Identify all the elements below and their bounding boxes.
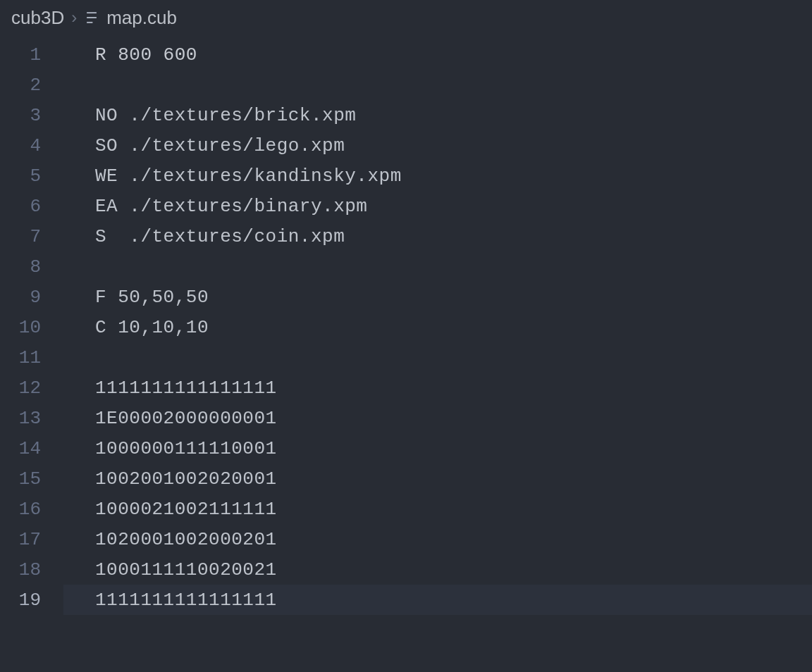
line-content-wrap[interactable]: 1000111110020021 — [63, 554, 812, 585]
editor-line[interactable]: 1R 800 600 — [0, 39, 812, 70]
line-number[interactable]: 17 — [0, 529, 63, 550]
line-content-wrap[interactable]: R 800 600 — [63, 39, 812, 70]
line-content[interactable]: 1002001002020001 — [95, 468, 277, 490]
breadcrumb-file[interactable]: map.cub — [106, 7, 177, 29]
editor-line[interactable]: 7S ./textures/coin.xpm — [0, 221, 812, 251]
line-content[interactable]: 1000111110020021 — [95, 559, 277, 580]
editor-line[interactable]: 2 — [0, 70, 812, 100]
editor-line[interactable]: 131E00002000000001 — [0, 403, 812, 433]
line-content-wrap[interactable]: 1020001002000201 — [63, 524, 812, 554]
editor-line[interactable]: 141000000111110001 — [0, 433, 812, 463]
line-content-wrap[interactable]: 1111111111111111 — [63, 585, 812, 615]
line-number[interactable]: 14 — [0, 438, 63, 459]
line-number[interactable]: 2 — [0, 75, 63, 96]
line-number[interactable]: 16 — [0, 499, 63, 520]
breadcrumb[interactable]: cub3D › map.cub — [0, 0, 812, 35]
line-content-wrap[interactable]: SO ./textures/lego.xpm — [63, 130, 812, 161]
line-content-wrap[interactable]: 1000021002111111 — [63, 494, 812, 524]
editor-line[interactable]: 151002001002020001 — [0, 463, 812, 494]
line-number[interactable]: 1 — [0, 44, 63, 66]
line-number[interactable]: 19 — [0, 590, 63, 611]
line-number[interactable]: 4 — [0, 135, 63, 156]
line-content[interactable]: 1000000111110001 — [95, 438, 277, 459]
line-content[interactable]: S ./textures/coin.xpm — [95, 226, 345, 247]
line-content-wrap[interactable]: C 10,10,10 — [63, 312, 812, 342]
line-number[interactable]: 12 — [0, 378, 63, 399]
line-content-wrap[interactable]: F 50,50,50 — [63, 282, 812, 312]
line-content-wrap[interactable]: EA ./textures/binary.xpm — [63, 191, 812, 221]
line-content-wrap[interactable] — [63, 251, 812, 282]
editor-line[interactable]: 10C 10,10,10 — [0, 312, 812, 342]
line-content-wrap[interactable]: 1111111111111111 — [63, 373, 812, 403]
line-content[interactable]: NO ./textures/brick.xpm — [95, 105, 356, 126]
editor-line[interactable]: 4SO ./textures/lego.xpm — [0, 130, 812, 161]
editor-line[interactable]: 181000111110020021 — [0, 554, 812, 585]
line-number[interactable]: 13 — [0, 408, 63, 429]
line-content[interactable]: 1111111111111111 — [95, 590, 277, 611]
editor-line[interactable]: 3NO ./textures/brick.xpm — [0, 100, 812, 130]
line-content[interactable]: EA ./textures/binary.xpm — [95, 196, 367, 217]
editor-line[interactable]: 5WE ./textures/kandinsky.xpm — [0, 161, 812, 191]
line-number[interactable]: 15 — [0, 468, 63, 490]
editor-line[interactable]: 8 — [0, 251, 812, 282]
line-content-wrap[interactable]: S ./textures/coin.xpm — [63, 221, 812, 251]
editor-line[interactable]: 171020001002000201 — [0, 524, 812, 554]
line-number[interactable]: 9 — [0, 287, 63, 308]
line-content-wrap[interactable]: 1002001002020001 — [63, 463, 812, 494]
line-content[interactable]: F 50,50,50 — [95, 287, 209, 308]
line-number[interactable]: 10 — [0, 317, 63, 338]
line-number[interactable]: 18 — [0, 559, 63, 580]
line-content-wrap[interactable]: WE ./textures/kandinsky.xpm — [63, 161, 812, 191]
line-number[interactable]: 5 — [0, 166, 63, 187]
line-content[interactable]: 1020001002000201 — [95, 529, 277, 550]
line-content-wrap[interactable]: 1000000111110001 — [63, 433, 812, 463]
line-number[interactable]: 11 — [0, 347, 63, 368]
line-content[interactable]: 1111111111111111 — [95, 378, 277, 399]
file-icon — [84, 10, 99, 25]
line-content-wrap[interactable] — [63, 70, 812, 100]
editor-line[interactable]: 121111111111111111 — [0, 373, 812, 403]
line-content[interactable]: 1E00002000000001 — [95, 408, 277, 429]
line-content-wrap[interactable] — [63, 342, 812, 373]
editor-line[interactable]: 161000021002111111 — [0, 494, 812, 524]
line-number[interactable]: 3 — [0, 105, 63, 126]
editor-line[interactable]: 6EA ./textures/binary.xpm — [0, 191, 812, 221]
editor-line[interactable]: 9F 50,50,50 — [0, 282, 812, 312]
line-number[interactable]: 6 — [0, 196, 63, 217]
breadcrumb-separator: › — [71, 8, 77, 27]
line-content-wrap[interactable]: 1E00002000000001 — [63, 403, 812, 433]
editor-line[interactable]: 191111111111111111 — [0, 585, 812, 615]
editor-line[interactable]: 11 — [0, 342, 812, 373]
line-content[interactable]: 1000021002111111 — [95, 499, 277, 520]
code-editor[interactable]: 1R 800 60023NO ./textures/brick.xpm4SO .… — [0, 35, 812, 615]
line-content[interactable]: SO ./textures/lego.xpm — [95, 135, 345, 156]
line-content[interactable]: WE ./textures/kandinsky.xpm — [95, 166, 402, 187]
line-number[interactable]: 7 — [0, 226, 63, 247]
line-content[interactable]: R 800 600 — [95, 44, 197, 66]
line-content[interactable]: C 10,10,10 — [95, 317, 209, 338]
line-number[interactable]: 8 — [0, 256, 63, 278]
line-content-wrap[interactable]: NO ./textures/brick.xpm — [63, 100, 812, 130]
breadcrumb-folder[interactable]: cub3D — [11, 7, 64, 29]
